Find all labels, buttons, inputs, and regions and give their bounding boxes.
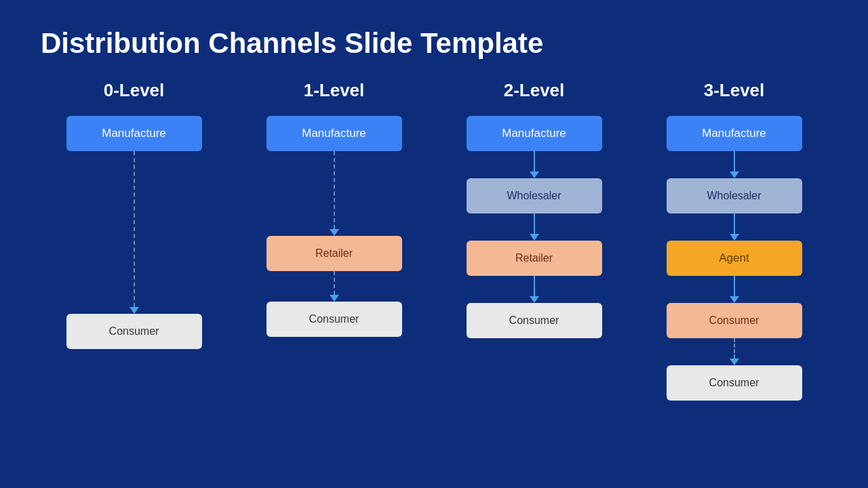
arrow-solid-3-1 <box>730 151 739 178</box>
box-wholesaler-2: Wholesaler <box>467 178 602 214</box>
columns-container: 0-Level Manufacture Consumer 1-Level Man… <box>41 80 827 468</box>
box-consumer-0: Consumer <box>66 314 202 349</box>
arrow-solid-3-3 <box>730 276 739 303</box>
box-consumer-1: Consumer <box>267 302 402 337</box>
arrow-dashed-1-top <box>330 151 339 236</box>
column-3-level: 3-Level Manufacture Wholesaler Agent <box>641 80 827 401</box>
arrow-solid-2-2 <box>530 214 539 241</box>
box-manufacture-1: Manufacture <box>267 116 402 151</box>
box-wholesaler-3: Wholesaler <box>667 178 802 214</box>
box-consumer-3: Consumer <box>667 365 802 401</box>
level-1-heading: 1-Level <box>304 80 365 101</box>
slide-title: Distribution Channels Slide Template <box>41 27 827 60</box>
column-2-level: 2-Level Manufacture Wholesaler Retailer <box>441 80 627 338</box>
level-2-heading: 2-Level <box>504 80 565 101</box>
arrow-dashed-1-bottom <box>330 271 339 302</box>
box-manufacture-2: Manufacture <box>467 116 602 151</box>
box-agent-3: Agent <box>667 241 802 276</box>
box-consumer-2: Consumer <box>467 303 602 338</box>
column-0-level: 0-Level Manufacture Consumer <box>41 80 227 349</box>
arrow-solid-2-3 <box>530 276 539 303</box>
arrow-dashed-3-final <box>730 338 739 365</box>
box-manufacture-0: Manufacture <box>66 116 202 151</box>
slide: Distribution Channels Slide Template 0-L… <box>0 0 868 488</box>
box-consumer-orange-3: Consumer <box>667 303 802 338</box>
level-0-heading: 0-Level <box>104 80 165 101</box>
box-manufacture-3: Manufacture <box>667 116 802 151</box>
arrow-dashed-0 <box>130 151 139 314</box>
column-1-level: 1-Level Manufacture Retailer Consumer <box>241 80 427 337</box>
arrow-solid-2-1 <box>530 151 539 178</box>
level-3-heading: 3-Level <box>704 80 765 101</box>
arrow-solid-3-2 <box>730 214 739 241</box>
box-retailer-1: Retailer <box>267 236 402 271</box>
box-retailer-2: Retailer <box>467 241 602 276</box>
